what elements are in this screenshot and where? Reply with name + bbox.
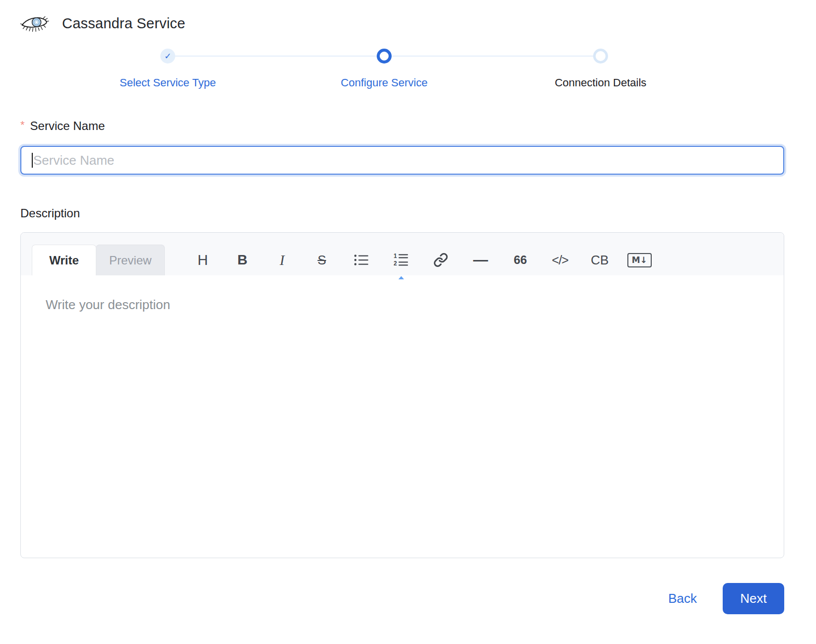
- step-label-select-service-type: Select Service Type: [120, 76, 216, 89]
- next-button[interactable]: Next: [723, 583, 784, 614]
- inline-code-icon: </>: [552, 254, 568, 266]
- wizard-footer: Back Next: [20, 583, 784, 614]
- step-active-circle: [377, 49, 392, 64]
- wizard-stepper: ✓ Select Service Type Configure Service …: [60, 49, 709, 89]
- editor-toolbar: H B I S: [183, 245, 659, 275]
- code-block-icon: CB: [591, 254, 609, 266]
- italic-button[interactable]: I: [262, 245, 302, 275]
- description-editor: Write Preview H B I S: [20, 232, 784, 558]
- service-name-input-wrap: [20, 146, 784, 175]
- service-name-field-label: *Service Name: [20, 119, 784, 133]
- unordered-list-button[interactable]: [341, 245, 381, 275]
- svg-text:2: 2: [394, 260, 397, 267]
- back-button[interactable]: Back: [668, 591, 697, 606]
- tab-preview[interactable]: Preview: [96, 245, 165, 275]
- italic-icon: I: [280, 253, 285, 267]
- step-select-service-type[interactable]: ✓ Select Service Type: [60, 49, 276, 89]
- step-pending-circle: [593, 49, 608, 64]
- editor-tabs: Write Preview: [32, 245, 165, 275]
- quote-icon: 66: [514, 254, 527, 266]
- check-icon: ✓: [164, 52, 171, 61]
- link-button[interactable]: [421, 245, 461, 275]
- cassandra-eye-icon: [20, 13, 49, 34]
- description-field-label: Description: [20, 206, 784, 220]
- text-caret: [32, 153, 33, 168]
- step-completed-circle: ✓: [160, 49, 175, 64]
- service-name-input[interactable]: [20, 146, 784, 175]
- heading-icon: H: [198, 253, 208, 267]
- strikethrough-button[interactable]: S: [302, 245, 341, 275]
- horizontal-rule-button[interactable]: —: [461, 245, 500, 275]
- inline-code-button[interactable]: </>: [540, 245, 580, 275]
- link-icon: [433, 253, 448, 267]
- page-title: Cassandra Service: [62, 15, 185, 32]
- step-label-connection-details: Connection Details: [555, 76, 647, 89]
- description-placeholder: Write your description: [46, 297, 170, 312]
- quote-button[interactable]: 66: [500, 245, 540, 275]
- page-header: Cassandra Service: [20, 13, 784, 34]
- description-editor-body[interactable]: Write your description: [21, 275, 784, 559]
- unordered-list-icon: [354, 254, 369, 266]
- editor-header: Write Preview H B I S: [21, 233, 784, 275]
- configure-service-page: Cassandra Service ✓ Select Service Type …: [0, 0, 816, 644]
- required-asterisk: *: [20, 119, 25, 131]
- step-connection-details[interactable]: Connection Details: [492, 49, 709, 89]
- markdown-icon: M↓: [627, 253, 652, 267]
- markdown-button[interactable]: M↓: [619, 245, 659, 275]
- service-name-label: Service Name: [30, 119, 105, 132]
- bold-icon: B: [237, 253, 247, 267]
- ordered-list-icon: 1 2: [394, 253, 408, 267]
- step-label-configure-service: Configure Service: [341, 76, 428, 89]
- code-block-button[interactable]: CB: [580, 245, 619, 275]
- strikethrough-icon: S: [318, 254, 326, 266]
- description-label: Description: [20, 206, 80, 220]
- horizontal-rule-icon: —: [473, 253, 488, 267]
- heading-button[interactable]: H: [183, 245, 222, 275]
- ordered-list-button[interactable]: 1 2: [381, 245, 421, 275]
- tab-write[interactable]: Write: [32, 245, 96, 275]
- step-configure-service[interactable]: Configure Service: [276, 49, 492, 89]
- svg-text:1: 1: [394, 253, 397, 259]
- bold-button[interactable]: B: [222, 245, 262, 275]
